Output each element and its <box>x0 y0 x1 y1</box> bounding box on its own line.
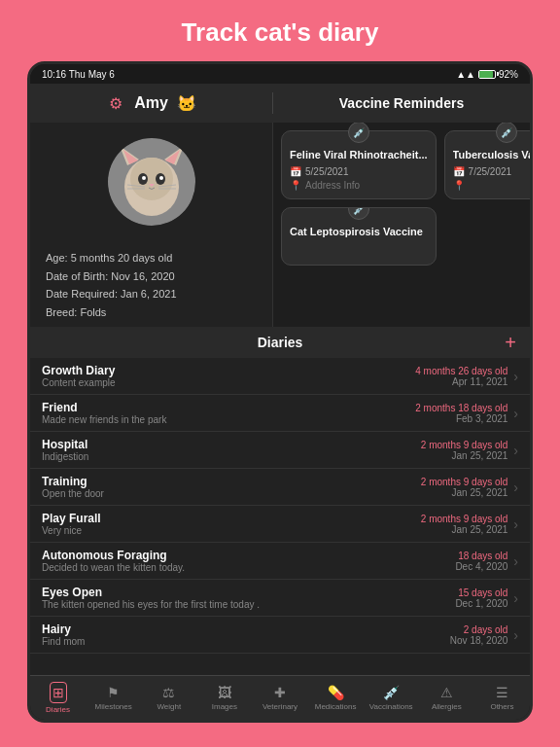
right-panel: 💉 Feline Viral Rhinotracheit... 📅 5/25/2… <box>273 123 530 327</box>
diary-subtitle-2: Made new friends in the park <box>42 414 410 425</box>
nav-label-vacc: Vaccinations <box>369 702 413 711</box>
calendar-icon-1: 📅 <box>290 166 301 177</box>
chevron-right-icon: › <box>513 480 518 495</box>
diary-meta-3: 2 months 9 days old Jan 25, 2021 <box>410 440 508 461</box>
cat-avatar <box>108 138 195 226</box>
vaccine-card-1[interactable]: 💉 Feline Viral Rhinotracheit... 📅 5/25/2… <box>281 130 437 199</box>
diary-meta-4: 2 months 9 days old Jan 25, 2021 <box>410 477 508 498</box>
allergy-nav-icon: ⚠ <box>440 685 453 700</box>
list-item[interactable]: Eyes Open The kitten opened his eyes for… <box>30 580 530 617</box>
nav-label-allergy: Allergies <box>432 702 462 711</box>
chevron-right-icon: › <box>513 590 518 606</box>
cat-photo-section <box>30 123 272 245</box>
list-item[interactable]: Hairy Find mom 2 days old Nov 18, 2020 › <box>30 617 530 654</box>
cat-info: Age: 5 months 20 days old Date of Birth:… <box>30 245 272 326</box>
nav-item-others[interactable]: ☰ Others <box>474 685 530 711</box>
milestones-nav-icon: ⚑ <box>107 685 120 700</box>
nav-label-others: Others <box>490 702 513 711</box>
nav-item-weight[interactable]: ⚖ Weight <box>141 685 196 711</box>
chevron-right-icon: › <box>513 516 518 532</box>
diary-meta-5: 2 months 9 days old Jan 25, 2021 <box>410 514 508 535</box>
nav-label-diaries: Diaries <box>46 705 70 714</box>
cat-breed: Breed: Folds <box>46 303 257 322</box>
vet-nav-icon: ✚ <box>274 685 286 700</box>
diary-title-2: Friend <box>42 401 410 414</box>
cat-dob: Date of Birth: Nov 16, 2020 <box>46 267 257 286</box>
diaries-header: Diaries + <box>30 327 530 358</box>
main-content: Age: 5 months 20 days old Date of Birth:… <box>30 123 530 327</box>
diary-item-content-1: Growth Diary Content example <box>42 364 410 388</box>
diary-meta-2: 2 months 18 days old Feb 3, 2021 <box>410 403 508 424</box>
list-item[interactable]: Training Open the door 2 months 9 days o… <box>30 469 530 506</box>
diary-title-7: Eyes Open <box>42 586 410 599</box>
vc-icon-2: 💉 <box>496 123 517 143</box>
nav-item-milestones[interactable]: ⚑ Milestones <box>86 685 141 711</box>
diary-subtitle-6: Decided to wean the kitten today. <box>42 562 410 573</box>
diary-title-8: Hairy <box>42 622 410 636</box>
nav-item-diaries[interactable]: ⊞ Diaries <box>30 682 86 714</box>
chevron-right-icon: › <box>513 369 518 384</box>
calendar-icon-2: 📅 <box>453 166 465 177</box>
nav-item-allergies[interactable]: ⚠ Allergies <box>419 685 474 711</box>
vaccine-section-title: Vaccine Reminders <box>339 95 464 111</box>
diary-subtitle-3: Indigestion <box>42 451 410 462</box>
nav-label-vet: Veterinary <box>262 702 298 711</box>
svg-point-9 <box>142 176 146 180</box>
vaccine-card-2[interactable]: 💉 Tuberculosis Vaccine 📅 7/25/2021 📍 <box>444 130 530 199</box>
cat-header: ⚙ Amy 🐱 <box>30 92 273 114</box>
chevron-right-icon: › <box>513 443 518 458</box>
nav-item-veterinary[interactable]: ✚ Veterinary <box>252 685 307 711</box>
vc-name-2: Tuberculosis Vaccine <box>453 149 530 160</box>
list-item[interactable]: Autonomous Foraging Decided to wean the … <box>30 543 530 580</box>
nav-label-weight: Weight <box>157 702 181 711</box>
diary-subtitle-7: The kitten opened his eyes for the first… <box>42 599 410 610</box>
nav-label-med: Medications <box>315 702 357 711</box>
chevron-right-icon: › <box>513 406 518 421</box>
diary-title-4: Training <box>42 475 410 488</box>
vaccine-card-3[interactable]: 💉 Cat Leptospirosis Vaccine <box>281 207 437 266</box>
settings-icon[interactable]: ⚙ <box>105 92 126 114</box>
nav-item-images[interactable]: 🖼 Images <box>196 685 252 711</box>
diary-meta-1: 4 months 26 days old Apr 11, 2021 <box>410 366 508 387</box>
vc-icon-1: 💉 <box>348 123 369 143</box>
vc-icon-3: 💉 <box>348 207 369 220</box>
diary-title-6: Autonomous Foraging <box>42 549 410 562</box>
vc-date-2: 📅 7/25/2021 <box>453 166 530 177</box>
diary-item-content-5: Play Furall Very nice <box>42 512 410 536</box>
diary-item-content-8: Hairy Find mom <box>42 622 410 647</box>
cat-face-icon[interactable]: 🐱 <box>176 92 197 114</box>
vc-addr-2: 📍 <box>453 180 530 191</box>
diary-item-content-7: Eyes Open The kitten opened his eyes for… <box>42 586 410 610</box>
vc-addr-1: 📍 Address Info <box>290 180 428 191</box>
nav-item-medications[interactable]: 💊 Medications <box>308 685 364 711</box>
page-header: Track cat's diary <box>0 0 560 61</box>
diary-subtitle-1: Content example <box>42 377 410 388</box>
status-time: 10:16 Thu May 6 <box>42 69 115 80</box>
vaccine-header: Vaccine Reminders <box>273 95 530 111</box>
vc-date-1: 📅 5/25/2021 <box>290 166 428 177</box>
list-item[interactable]: Hospital Indigestion 2 months 9 days old… <box>30 432 530 469</box>
add-diary-button[interactable]: + <box>505 333 516 352</box>
others-nav-icon: ☰ <box>496 685 508 700</box>
diary-item-content-4: Training Open the door <box>42 475 410 499</box>
diary-item-content-6: Autonomous Foraging Decided to wean the … <box>42 549 410 573</box>
diary-list: Growth Diary Content example 4 months 26… <box>30 358 530 675</box>
list-item[interactable]: Play Furall Very nice 2 months 9 days ol… <box>30 506 530 543</box>
vacc-nav-icon: 💉 <box>383 685 400 700</box>
status-right: ▲▲ 92% <box>456 69 518 80</box>
svg-point-2 <box>130 158 173 200</box>
vc-name-1: Feline Viral Rhinotracheit... <box>290 149 428 160</box>
med-nav-icon: 💊 <box>328 685 344 700</box>
list-item[interactable]: Growth Diary Content example 4 months 26… <box>30 358 530 395</box>
diary-title-5: Play Furall <box>42 512 410 525</box>
chevron-right-icon: › <box>513 627 518 643</box>
images-nav-icon: 🖼 <box>218 685 231 700</box>
list-item[interactable]: Friend Made new friends in the park 2 mo… <box>30 395 530 432</box>
page-title: Track cat's diary <box>0 18 560 48</box>
nav-item-vaccinations[interactable]: 💉 Vaccinations <box>364 685 419 711</box>
diary-meta-6: 18 days old Dec 4, 2020 <box>410 551 508 572</box>
cat-date-required: Date Required: Jan 6, 2021 <box>46 285 257 303</box>
diary-title-1: Growth Diary <box>42 364 410 377</box>
diary-subtitle-4: Open the door <box>42 488 410 499</box>
diaries-section: Diaries + Growth Diary Content example 4… <box>30 327 530 675</box>
